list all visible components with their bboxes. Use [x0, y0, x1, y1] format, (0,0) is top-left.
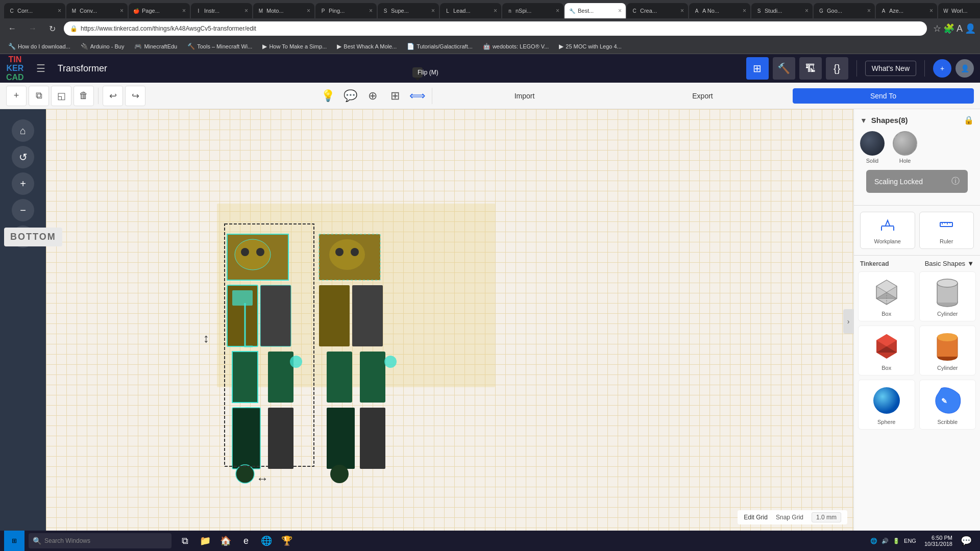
menu-icon[interactable]: ☰: [36, 62, 45, 74]
tab-conv[interactable]: MConv...×: [66, 3, 128, 18]
notification-icon[interactable]: 💬: [957, 535, 976, 546]
taskview-icon[interactable]: ⧉: [176, 532, 194, 550]
collapse-sidebar-button[interactable]: ›: [843, 309, 853, 334]
tab-best[interactable]: 🔧Best...×: [565, 3, 626, 18]
duplicate-button[interactable]: ◱: [51, 86, 71, 106]
viewport[interactable]: ↕ ↔ Edit Grid Snap Grid 1.0 mm: [46, 109, 853, 531]
hammer-view-button[interactable]: 🔨: [773, 57, 795, 80]
ruler-card[interactable]: Ruler: [919, 212, 974, 249]
ie-icon[interactable]: e: [237, 532, 255, 550]
library-source: Tinkercad: [860, 260, 889, 267]
svg-rect-32: [881, 226, 894, 227]
layers-view-button[interactable]: 🏗: [799, 57, 822, 80]
code-view-button[interactable]: {}: [826, 57, 848, 80]
tab-lead[interactable]: LLead...×: [440, 3, 501, 18]
shape-card-box-solid[interactable]: Box: [858, 325, 915, 375]
user-avatar[interactable]: 👤: [955, 59, 974, 78]
hole-label: Hole: [899, 158, 911, 164]
svg-rect-18: [268, 352, 293, 403]
profile-icon[interactable]: 👤: [965, 23, 976, 34]
tab-studi[interactable]: SStudi...×: [751, 3, 813, 18]
bookmark-tools[interactable]: 🔨Tools – Minecraft Wi...: [183, 42, 256, 51]
bookmark-tutorials[interactable]: 📄Tutorials/Galacticraft...: [403, 42, 477, 51]
bookmark-howto[interactable]: ▶How To Make a Simp...: [258, 42, 331, 51]
address-bar[interactable]: 🔒 https://www.tinkercad.com/things/kA48A…: [64, 21, 927, 36]
export-button[interactable]: Export: [615, 92, 791, 100]
refresh-button[interactable]: ↻: [45, 22, 60, 36]
tinkercad-logo[interactable]: TIN KER CAD: [6, 55, 24, 82]
align-button[interactable]: ⊞: [385, 86, 405, 106]
tab-crea[interactable]: CCrea...×: [627, 3, 688, 18]
redo-button[interactable]: ↪: [125, 86, 145, 106]
resize-handle-vertical[interactable]: ↕: [203, 331, 209, 345]
add-user-button[interactable]: +: [933, 59, 951, 78]
tab-worl[interactable]: WWorl...×: [938, 3, 980, 18]
tab-page[interactable]: 🍎Page...×: [129, 3, 190, 18]
system-tray: 🌐 🔊 🔋 ENG: [866, 538, 920, 544]
shapes-collapse-icon[interactable]: ▼: [860, 116, 867, 124]
network-icon[interactable]: 🌐: [870, 538, 877, 544]
zoom-in-button[interactable]: +: [12, 172, 34, 195]
home-icon[interactable]: 🏠: [216, 532, 235, 550]
shape-card-cylinder-wire[interactable]: Cylinder: [919, 271, 976, 321]
tab-ano[interactable]: AA No...×: [689, 3, 750, 18]
tab-goo[interactable]: GGoo...×: [814, 3, 875, 18]
bookmark-minecraft[interactable]: 🎮MinecraftEdu: [130, 42, 181, 51]
zoom-out-button[interactable]: −: [12, 199, 34, 221]
bookmark-howdo[interactable]: 🔧How do I download...: [4, 42, 75, 51]
bookmark-whack[interactable]: ▶Best Whack A Mole...: [333, 42, 401, 51]
bookmark-arduino[interactable]: 🔌Arduino - Buy: [77, 42, 129, 51]
volume-icon[interactable]: 🔊: [881, 538, 889, 544]
home-view-button[interactable]: ⌂: [12, 119, 34, 142]
flip-button[interactable]: ⟺ Flip (M): [407, 86, 428, 106]
solid-option[interactable]: Solid: [860, 131, 885, 164]
taskbar-clock[interactable]: 6:50 PM 10/31/2018: [924, 535, 952, 547]
extensions-icon[interactable]: 🧩: [943, 23, 954, 34]
chrome-icon[interactable]: 🌐: [257, 532, 276, 550]
battery-icon[interactable]: 🔋: [893, 538, 900, 544]
bookmark-star-icon[interactable]: ☆: [933, 23, 941, 34]
tab-ping[interactable]: PPing...×: [315, 3, 377, 18]
translate-icon[interactable]: A: [957, 23, 963, 34]
delete-button[interactable]: 🗑: [74, 86, 94, 106]
bubble-tool-button[interactable]: 💬: [340, 86, 360, 106]
app-icon[interactable]: 🏆: [278, 532, 296, 550]
back-button[interactable]: ←: [4, 22, 20, 35]
tab-aze[interactable]: AAze...×: [876, 3, 937, 18]
shape-card-box-wire[interactable]: Box: [858, 271, 915, 321]
workplane-card[interactable]: Workplane: [860, 212, 915, 249]
taskbar-search[interactable]: 🔍 Search Windows: [29, 533, 172, 548]
hole-option[interactable]: Hole: [893, 131, 917, 164]
bookmark-25moc[interactable]: ▶25 MOC with Lego 4...: [555, 42, 625, 51]
cylinder-solid-label: Cylinder: [937, 365, 958, 371]
tab-moto[interactable]: MMoto...×: [253, 3, 314, 18]
library-category-dropdown[interactable]: Basic Shapes ▼: [925, 260, 974, 267]
scaling-locked-button[interactable]: Scaling Locked ⓘ: [866, 170, 968, 193]
forward-button[interactable]: →: [24, 22, 41, 35]
light-tool-button[interactable]: 💡: [317, 86, 338, 106]
copy-button[interactable]: ⧉: [29, 86, 49, 106]
search-placeholder: Search Windows: [44, 537, 90, 544]
whats-new-button[interactable]: What's New: [865, 61, 916, 76]
tab-instr[interactable]: IInstr...×: [191, 3, 252, 18]
new-shape-button[interactable]: +: [6, 86, 27, 106]
tab-supe[interactable]: SSupe...×: [378, 3, 439, 18]
shape-card-scribble[interactable]: ✎ Scribble: [919, 380, 976, 430]
tab-corr[interactable]: CCorr...×: [4, 3, 65, 18]
orbit-button[interactable]: ↺: [12, 146, 34, 168]
bookmark-label: 25 MOC with Lego 4...: [566, 43, 621, 49]
shapes-grid: Box Cylinder: [858, 271, 976, 430]
bookmark-wedobots[interactable]: 🤖wedobots: LEGO® V...: [479, 42, 553, 51]
zoom-extents-button[interactable]: ⊕: [362, 86, 383, 106]
file-explorer-icon[interactable]: 📁: [196, 532, 214, 550]
grid-view-button[interactable]: ⊞: [746, 57, 769, 80]
import-button[interactable]: Import: [436, 92, 612, 100]
shape-card-cylinder-solid[interactable]: Cylinder: [919, 325, 976, 375]
undo-button[interactable]: ↩: [103, 86, 123, 106]
shape-card-sphere[interactable]: Sphere: [858, 380, 915, 430]
resize-handle-horizontal[interactable]: ↔: [256, 471, 268, 486]
tab-nspi[interactable]: nnSpi...×: [502, 3, 564, 18]
start-button[interactable]: ⊞: [4, 531, 24, 551]
edit-grid-button[interactable]: Edit Grid: [744, 514, 768, 521]
send-to-button[interactable]: Send To: [793, 88, 974, 104]
